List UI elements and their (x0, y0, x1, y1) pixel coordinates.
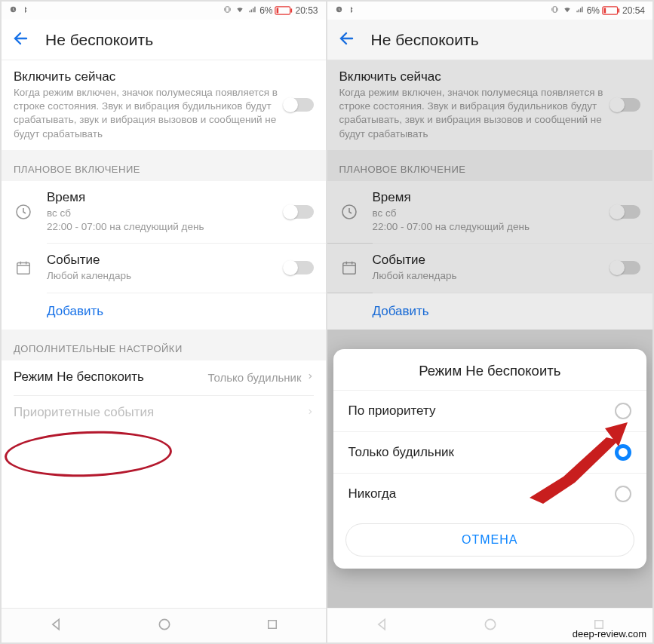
svg-rect-11 (618, 8, 619, 12)
time-toggle[interactable] (284, 205, 314, 219)
time-title: Время (47, 190, 284, 205)
option-never-label: Никогда (348, 486, 397, 501)
right-screenshot: 6% 20:54 Не беспокоить Включить сейчас К… (327, 2, 653, 642)
clock-time: 20:54 (622, 5, 645, 16)
vibrate-icon (550, 5, 560, 16)
extra-header: ДОПОЛНИТЕЛЬНЫЕ НАСТРОЙКИ (2, 330, 326, 360)
enable-now-title: Включить сейчас (14, 69, 284, 84)
alarm-icon (9, 5, 17, 16)
nav-bar (2, 608, 326, 642)
wifi-icon (562, 5, 573, 16)
wifi-icon (235, 5, 245, 16)
dialog-title: Режим Не беспокоить (333, 349, 647, 390)
watermark: deep-review.com (573, 628, 646, 639)
page-title: Не беспокоить (371, 31, 479, 49)
enable-now-desc: Когда режим включен, значок полумесяца п… (14, 86, 284, 141)
back-icon[interactable] (12, 29, 30, 51)
event-title: Событие (47, 253, 284, 268)
annotation-circle (4, 428, 173, 480)
chevron-right-icon (306, 406, 314, 421)
battery-pct: 6% (587, 5, 600, 16)
status-bar: 6% 20:54 (327, 2, 653, 20)
scheduled-header: ПЛАНОВОЕ ВКЛЮЧЕНИЕ (2, 150, 326, 181)
svg-rect-3 (291, 8, 293, 12)
event-row[interactable]: Событие Любой календарь (2, 244, 326, 292)
clock-time: 20:53 (295, 5, 318, 16)
signal-icon (247, 5, 257, 16)
event-toggle[interactable] (284, 261, 314, 274)
nav-back-icon[interactable] (374, 617, 389, 635)
option-priority[interactable]: По приоритету (333, 390, 647, 431)
nav-home-icon[interactable] (483, 617, 498, 635)
time-row[interactable]: Время вс сб 22:00 - 07:00 на следующий д… (2, 181, 326, 243)
vibrate-icon (223, 5, 232, 16)
cancel-button[interactable]: ОТМЕНА (345, 523, 635, 557)
bluetooth-icon (21, 5, 29, 17)
enable-now-row[interactable]: Включить сейчас Когда режим включен, зна… (2, 60, 326, 150)
option-priority-label: По приоритету (348, 403, 436, 419)
svg-point-6 (159, 619, 169, 629)
time-days: вс сб (47, 207, 284, 220)
svg-point-16 (486, 619, 496, 629)
nav-recent-icon[interactable] (266, 618, 279, 634)
bluetooth-icon (347, 5, 355, 17)
app-header: Не беспокоить (327, 20, 653, 60)
option-alarm-only[interactable]: Только будильник (333, 431, 647, 473)
settings-screen: Включить сейчас Когда режим включен, зна… (2, 60, 326, 608)
priority-events-title: Приоритетные события (14, 405, 302, 420)
svg-rect-7 (268, 620, 276, 628)
battery-icon (602, 6, 620, 15)
nav-home-icon[interactable] (157, 617, 172, 635)
nav-back-icon[interactable] (48, 617, 63, 635)
status-bar: 6% 20:53 (2, 2, 326, 20)
radio-unselected[interactable] (615, 486, 631, 502)
calendar-icon (14, 258, 33, 278)
alarm-icon (335, 5, 343, 16)
dnd-mode-title: Режим Не беспокоить (14, 370, 208, 385)
time-range: 22:00 - 07:00 на следующий день (47, 220, 284, 234)
svg-rect-2 (277, 8, 279, 14)
dnd-mode-value: Только будильник (208, 371, 302, 384)
event-sub: Любой календарь (47, 269, 284, 283)
radio-unselected[interactable] (615, 403, 631, 419)
svg-rect-10 (604, 8, 606, 14)
enable-now-toggle[interactable] (284, 98, 314, 112)
option-alarm-label: Только будильник (348, 445, 455, 460)
app-header: Не беспокоить (2, 20, 326, 60)
chevron-right-icon (306, 370, 314, 385)
priority-events-row: Приоритетные события (2, 396, 326, 431)
add-button[interactable]: Добавить (2, 293, 326, 330)
svg-rect-0 (226, 7, 229, 12)
dnd-mode-dialog: Режим Не беспокоить По приоритету Только… (333, 349, 647, 569)
page-title: Не беспокоить (45, 31, 153, 49)
battery-icon (275, 6, 293, 15)
back-icon[interactable] (338, 29, 356, 51)
option-never[interactable]: Никогда (333, 473, 647, 514)
svg-rect-17 (595, 620, 603, 628)
svg-rect-8 (553, 7, 557, 12)
settings-screen-dimmed: Включить сейчас Когда режим включен, зна… (327, 60, 653, 608)
signal-icon (575, 5, 585, 16)
clock-icon (14, 202, 33, 222)
radio-selected[interactable] (615, 444, 631, 461)
battery-pct: 6% (259, 5, 272, 16)
svg-rect-5 (17, 263, 30, 274)
left-screenshot: 6% 20:53 Не беспокоить Включить сейчас К… (2, 2, 327, 642)
dnd-mode-row[interactable]: Режим Не беспокоить Только будильник (2, 360, 326, 395)
